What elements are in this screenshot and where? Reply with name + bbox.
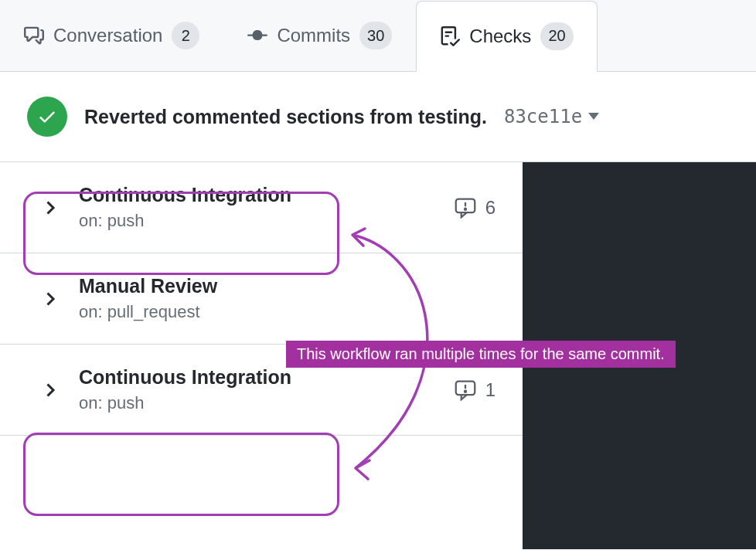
workflow-name: Continuous Integration — [79, 184, 436, 206]
commit-summary: Reverted commented sections from testing… — [0, 72, 756, 162]
alert-comment-icon — [455, 379, 476, 401]
tab-checks-label: Checks — [469, 25, 531, 47]
tab-checks-count: 20 — [540, 22, 573, 50]
workflow-item[interactable]: Continuous Integration on: push 6 — [0, 162, 523, 253]
svg-point-5 — [465, 390, 466, 392]
workflow-name: Continuous Integration — [79, 366, 436, 389]
workflow-name: Manual Review — [79, 275, 495, 297]
tab-commits-count: 30 — [359, 22, 392, 49]
chevron-right-icon — [46, 201, 60, 215]
tab-commits[interactable]: Commits 30 — [223, 0, 416, 71]
annotation-count[interactable]: 6 — [455, 197, 495, 219]
commit-sha-dropdown[interactable]: 83ce11e — [504, 106, 599, 127]
alert-comment-icon — [455, 197, 476, 219]
commit-title: Reverted commented sections from testing… — [84, 106, 487, 128]
chevron-right-icon — [46, 292, 60, 306]
workflow-trigger: on: push — [79, 211, 436, 231]
pr-tabs: Conversation 2 Commits 30 Checks 20 — [0, 0, 756, 72]
git-commit-icon — [247, 25, 267, 46]
workflow-item[interactable]: Manual Review on: pull_request — [0, 253, 523, 345]
status-success-icon — [27, 97, 67, 137]
workflow-trigger: on: pull_request — [79, 302, 495, 322]
svg-point-2 — [465, 208, 466, 209]
annotation-label: This workflow ran multiple times for the… — [286, 341, 676, 368]
comment-discussion-icon — [24, 25, 44, 46]
triangle-down-icon — [588, 113, 599, 121]
checklist-icon — [440, 26, 460, 46]
workflow-text: Continuous Integration on: push — [79, 184, 436, 231]
tab-commits-label: Commits — [277, 25, 350, 46]
tab-checks[interactable]: Checks 20 — [416, 1, 597, 72]
annotation-count-value: 6 — [485, 197, 495, 219]
tab-conversation-label: Conversation — [53, 25, 162, 46]
tab-conversation[interactable]: Conversation 2 — [0, 0, 223, 71]
commit-sha-text: 83ce11e — [504, 106, 582, 127]
annotation-count-value: 1 — [485, 379, 495, 401]
workflow-text: Continuous Integration on: push — [79, 366, 436, 413]
workflow-trigger: on: push — [79, 393, 436, 413]
chevron-right-icon — [46, 383, 60, 397]
annotation-count[interactable]: 1 — [455, 379, 495, 401]
tab-conversation-count: 2 — [172, 22, 199, 49]
workflow-text: Manual Review on: pull_request — [79, 275, 495, 322]
